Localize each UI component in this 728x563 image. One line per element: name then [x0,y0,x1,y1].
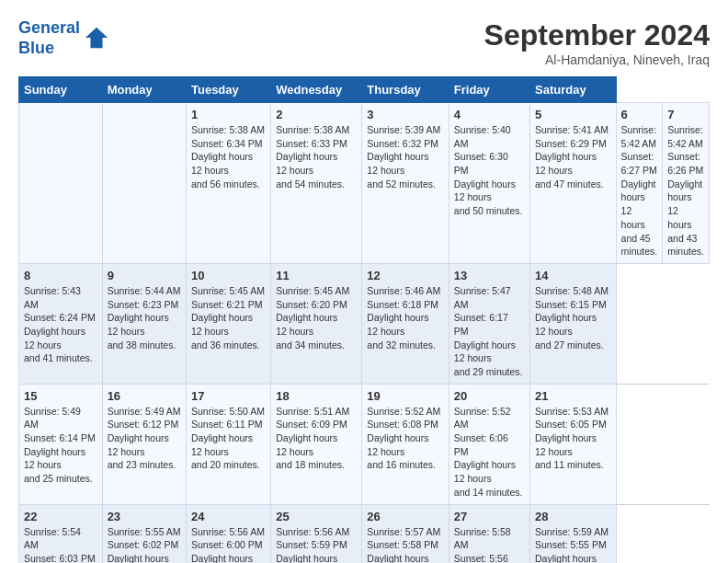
logo-icon [84,26,109,52]
day-number: 27 [454,510,525,523]
weekday-header-saturday: Saturday [530,77,617,103]
day-info: Sunrise: 5:42 AMSunset: 6:26 PMDaylight … [667,123,704,259]
day-number: 26 [367,510,444,523]
day-info: Sunrise: 5:46 AMSunset: 6:18 PMDaylight … [367,284,444,351]
day-info: Sunrise: 5:52 AMSunset: 6:08 PMDaylight … [367,405,444,472]
weekday-header-sunday: Sunday [19,77,103,103]
weekday-header-tuesday: Tuesday [186,77,270,103]
day-number: 7 [667,108,704,121]
day-info: Sunrise: 5:44 AMSunset: 6:23 PMDaylight … [108,284,181,351]
day-info: Sunrise: 5:43 AMSunset: 6:24 PMDaylight … [24,284,97,365]
day-number: 22 [24,510,97,523]
svg-marker-0 [85,27,108,47]
day-number: 24 [191,510,266,523]
calendar-cell: 19Sunrise: 5:52 AMSunset: 6:08 PMDayligh… [362,384,449,504]
weekday-header-friday: Friday [449,77,529,103]
day-number: 8 [24,269,97,282]
page-header: GeneralBlue September 2024 Al-Hamdaniya,… [18,18,710,67]
day-number: 5 [535,108,611,121]
day-info: Sunrise: 5:41 AMSunset: 6:29 PMDaylight … [535,123,611,190]
calendar-cell: 6Sunrise: 5:42 AMSunset: 6:27 PMDaylight… [616,103,663,264]
calendar-cell: 2Sunrise: 5:38 AMSunset: 6:33 PMDaylight… [271,103,362,264]
weekday-header-thursday: Thursday [362,77,449,103]
day-number: 9 [108,269,181,282]
day-number: 4 [454,108,525,121]
day-number: 28 [535,510,611,523]
day-info: Sunrise: 5:38 AMSunset: 6:33 PMDaylight … [276,123,357,190]
calendar-cell: 4Sunrise: 5:40 AMSunset: 6:30 PMDaylight… [449,103,529,264]
day-info: Sunrise: 5:49 AMSunset: 6:14 PMDaylight … [24,405,97,486]
day-number: 19 [367,389,444,403]
calendar-cell: 5Sunrise: 5:41 AMSunset: 6:29 PMDaylight… [530,103,617,264]
calendar-week-row: 8Sunrise: 5:43 AMSunset: 6:24 PMDaylight… [19,263,710,384]
calendar-cell: 21Sunrise: 5:53 AMSunset: 6:05 PMDayligh… [530,384,617,504]
day-number: 10 [191,269,266,282]
day-number: 3 [367,108,444,121]
weekday-header-monday: Monday [102,77,186,103]
day-info: Sunrise: 5:40 AMSunset: 6:30 PMDaylight … [454,123,525,218]
day-info: Sunrise: 5:55 AMSunset: 6:02 PMDaylight … [108,525,181,564]
day-number: 16 [108,389,181,403]
day-number: 14 [535,269,611,282]
calendar-cell: 12Sunrise: 5:46 AMSunset: 6:18 PMDayligh… [362,263,449,384]
day-info: Sunrise: 5:38 AMSunset: 6:34 PMDaylight … [191,123,266,190]
weekday-header-row: SundayMondayTuesdayWednesdayThursdayFrid… [19,77,710,103]
day-info: Sunrise: 5:56 AMSunset: 6:00 PMDaylight … [191,525,266,564]
day-info: Sunrise: 5:54 AMSunset: 6:03 PMDaylight … [24,525,97,564]
calendar-cell: 18Sunrise: 5:51 AMSunset: 6:09 PMDayligh… [271,384,362,504]
calendar-cell: 23Sunrise: 5:55 AMSunset: 6:02 PMDayligh… [102,504,186,563]
day-info: Sunrise: 5:45 AMSunset: 6:20 PMDaylight … [276,284,357,351]
day-number: 15 [24,389,97,403]
calendar-table: SundayMondayTuesdayWednesdayThursdayFrid… [18,76,710,563]
calendar-cell: 20Sunrise: 5:52 AMSunset: 6:06 PMDayligh… [449,384,529,504]
calendar-cell: 7Sunrise: 5:42 AMSunset: 6:26 PMDaylight… [663,103,710,264]
logo: GeneralBlue [18,18,109,58]
day-number: 20 [454,389,525,403]
day-number: 1 [191,108,266,121]
day-info: Sunrise: 5:59 AMSunset: 5:55 PMDaylight … [535,525,611,564]
day-number: 23 [108,510,181,523]
calendar-cell: 27Sunrise: 5:58 AMSunset: 5:56 PMDayligh… [449,504,529,563]
calendar-cell [102,103,186,264]
calendar-cell: 26Sunrise: 5:57 AMSunset: 5:58 PMDayligh… [362,504,449,563]
day-info: Sunrise: 5:56 AMSunset: 5:59 PMDaylight … [276,525,357,564]
day-number: 6 [621,108,658,121]
calendar-cell: 11Sunrise: 5:45 AMSunset: 6:20 PMDayligh… [271,263,362,384]
calendar-cell: 24Sunrise: 5:56 AMSunset: 6:00 PMDayligh… [186,504,270,563]
day-info: Sunrise: 5:48 AMSunset: 6:15 PMDaylight … [535,284,611,351]
day-number: 11 [276,269,357,282]
day-info: Sunrise: 5:39 AMSunset: 6:32 PMDaylight … [367,123,444,190]
weekday-header-wednesday: Wednesday [271,77,362,103]
calendar-cell: 28Sunrise: 5:59 AMSunset: 5:55 PMDayligh… [530,504,617,563]
calendar-cell: 16Sunrise: 5:49 AMSunset: 6:12 PMDayligh… [102,384,186,504]
logo-text: GeneralBlue [18,18,80,58]
day-info: Sunrise: 5:50 AMSunset: 6:11 PMDaylight … [191,405,266,472]
day-info: Sunrise: 5:42 AMSunset: 6:27 PMDaylight … [621,123,658,259]
day-info: Sunrise: 5:51 AMSunset: 6:09 PMDaylight … [276,405,357,472]
calendar-cell: 8Sunrise: 5:43 AMSunset: 6:24 PMDaylight… [19,263,103,384]
month-title: September 2024 [484,18,710,52]
day-number: 13 [454,269,525,282]
day-info: Sunrise: 5:58 AMSunset: 5:56 PMDaylight … [454,525,525,564]
calendar-cell: 9Sunrise: 5:44 AMSunset: 6:23 PMDaylight… [102,263,186,384]
day-info: Sunrise: 5:53 AMSunset: 6:05 PMDaylight … [535,405,611,472]
title-block: September 2024 Al-Hamdaniya, Nineveh, Ir… [484,18,710,67]
day-number: 2 [276,108,357,121]
calendar-week-row: 15Sunrise: 5:49 AMSunset: 6:14 PMDayligh… [19,384,710,504]
calendar-cell: 10Sunrise: 5:45 AMSunset: 6:21 PMDayligh… [186,263,270,384]
calendar-cell: 1Sunrise: 5:38 AMSunset: 6:34 PMDaylight… [186,103,270,264]
location: Al-Hamdaniya, Nineveh, Iraq [484,52,710,67]
calendar-cell: 13Sunrise: 5:47 AMSunset: 6:17 PMDayligh… [449,263,529,384]
calendar-cell: 17Sunrise: 5:50 AMSunset: 6:11 PMDayligh… [186,384,270,504]
day-info: Sunrise: 5:49 AMSunset: 6:12 PMDaylight … [108,405,181,472]
day-number: 21 [535,389,611,403]
calendar-week-row: 22Sunrise: 5:54 AMSunset: 6:03 PMDayligh… [19,504,710,563]
calendar-cell: 22Sunrise: 5:54 AMSunset: 6:03 PMDayligh… [19,504,103,563]
day-number: 17 [191,389,266,403]
calendar-cell: 15Sunrise: 5:49 AMSunset: 6:14 PMDayligh… [19,384,103,504]
calendar-cell: 14Sunrise: 5:48 AMSunset: 6:15 PMDayligh… [530,263,617,384]
day-info: Sunrise: 5:57 AMSunset: 5:58 PMDaylight … [367,525,444,564]
calendar-cell [19,103,103,264]
calendar-cell: 3Sunrise: 5:39 AMSunset: 6:32 PMDaylight… [362,103,449,264]
calendar-cell: 25Sunrise: 5:56 AMSunset: 5:59 PMDayligh… [271,504,362,563]
